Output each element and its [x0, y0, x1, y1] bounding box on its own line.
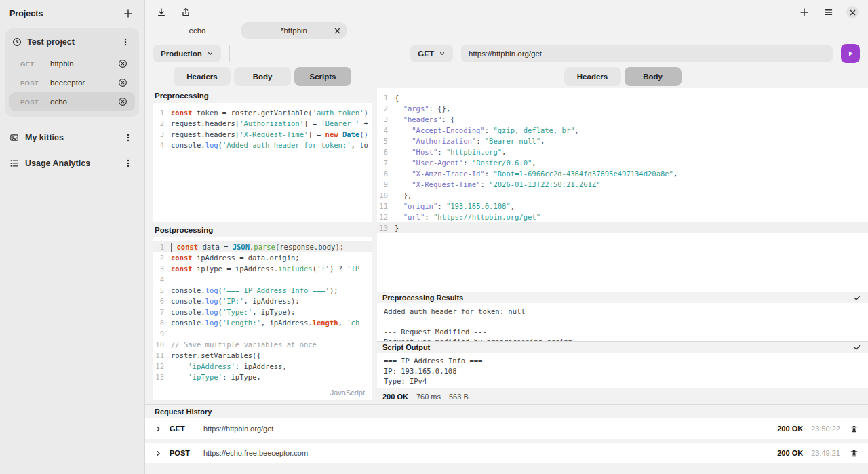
url-input[interactable]	[461, 45, 833, 62]
circle-x-icon	[118, 78, 127, 87]
preprocessing-results-output: Added auth header for token: null --- Re…	[377, 303, 868, 341]
chevron-down-icon	[439, 50, 446, 57]
response-size: 563 B	[449, 393, 469, 401]
project-status-icon	[12, 37, 22, 47]
request-method-label: POST	[20, 79, 45, 87]
request-history: Request History GET https://httpbin.org/…	[145, 404, 868, 474]
history-timestamp: 23:50:22	[811, 424, 840, 433]
project-menu-button[interactable]	[119, 35, 132, 49]
chevron-right-icon[interactable]	[155, 425, 170, 433]
play-icon	[846, 50, 854, 58]
sidebar-item-my-kitties[interactable]: My kitties	[5, 125, 139, 151]
main-area: echo *httpbin Production GET	[145, 0, 868, 474]
tab-echo[interactable]: echo	[153, 22, 241, 39]
add-project-button[interactable]	[121, 7, 135, 20]
script-output-header[interactable]: Script Output	[377, 341, 868, 353]
scripts-panel: Headers Body Scripts Preprocessing 1cons…	[153, 65, 372, 404]
tab-scripts[interactable]: Scripts	[294, 67, 351, 86]
tab-label: Headers	[186, 73, 217, 81]
delete-history-button[interactable]	[850, 424, 859, 433]
tab-label: Body	[643, 73, 663, 81]
history-status: 200 OK	[777, 424, 803, 433]
script-output-console: === IP Address Info ===IP: 193.165.0.108…	[377, 353, 868, 388]
tab-label: *httpbin	[281, 26, 307, 35]
method-dropdown[interactable]: GET	[410, 45, 453, 62]
tab-label: Headers	[577, 73, 608, 81]
export-button[interactable]	[179, 5, 193, 19]
sidebar-item-beeceptor[interactable]: POST beeceptor	[9, 73, 135, 92]
divider	[229, 45, 230, 62]
tab-body[interactable]: Body	[234, 67, 291, 86]
history-timestamp: 23:49:21	[811, 449, 840, 457]
close-icon	[850, 9, 856, 16]
request-name-label: echo	[45, 98, 116, 106]
project-header[interactable]: Test project	[9, 33, 135, 54]
circle-x-icon	[118, 97, 127, 106]
trash-icon	[850, 449, 859, 458]
share-icon	[181, 7, 191, 17]
remove-request-button[interactable]	[116, 95, 130, 108]
sidebar-item-httpbin[interactable]: GET httpbin	[9, 54, 135, 73]
method-label: GET	[418, 50, 434, 58]
postprocessing-editor[interactable]: 1const data = JSON.parse(response.body);…	[153, 237, 372, 400]
window-close-button[interactable]	[846, 6, 859, 18]
history-row[interactable]: GET https://httpbin.org/get 200 OK 23:50…	[145, 418, 868, 439]
environment-dropdown[interactable]: Production	[153, 45, 221, 62]
kebab-icon	[124, 133, 132, 142]
preprocessing-editor[interactable]: 1const token = roster.getVariable('auth_…	[153, 103, 372, 222]
environment-label: Production	[161, 50, 202, 58]
sidebar-item-echo[interactable]: POST echo	[9, 92, 135, 111]
request-name-label: beeceptor	[45, 79, 116, 87]
import-button[interactable]	[155, 5, 168, 19]
script-output-title: Script Output	[382, 343, 430, 351]
menu-button[interactable]	[822, 5, 835, 19]
tab-label: Body	[253, 73, 273, 81]
app-window: Projects Test project GET httpbin	[0, 0, 868, 474]
section-menu-button[interactable]	[121, 157, 135, 170]
chevron-right-icon[interactable]	[155, 450, 170, 457]
kebab-icon	[124, 159, 132, 168]
tab-close-button[interactable]	[334, 28, 340, 34]
plus-icon	[800, 7, 809, 17]
delete-history-button[interactable]	[850, 449, 859, 458]
project-group: Test project GET httpbin POST beeceptor	[5, 28, 139, 117]
tab-httpbin-active[interactable]: *httpbin	[241, 22, 347, 39]
new-tab-button[interactable]	[797, 5, 811, 19]
tab-label: Scripts	[310, 73, 336, 81]
projects-title: Projects	[9, 9, 43, 18]
tab-headers[interactable]: Headers	[174, 67, 231, 86]
preprocessing-results-header[interactable]: Preprocessing Results	[377, 292, 868, 303]
sidebar-item-usage-analytics[interactable]: Usage Analytics	[5, 151, 139, 176]
send-button[interactable]	[841, 44, 860, 63]
hamburger-icon	[824, 7, 833, 17]
response-body-editor[interactable]: 1{2 "args": {},3 "headers": {4 "Accept-E…	[377, 88, 868, 292]
sidebar: Projects Test project GET httpbin	[0, 0, 145, 474]
tab-bar: echo *httpbin	[145, 20, 868, 39]
request-history-title: Request History	[145, 405, 868, 418]
download-icon	[157, 7, 166, 17]
request-bar: Production GET	[145, 39, 868, 65]
close-icon	[334, 28, 340, 34]
image-icon	[9, 133, 19, 142]
section-menu-button[interactable]	[121, 131, 135, 144]
section-label: My kitties	[25, 133, 115, 142]
toolbar-right	[797, 5, 859, 19]
tab-response-body[interactable]: Body	[625, 67, 682, 86]
kebab-icon	[121, 37, 130, 47]
response-panel-tabs: Headers Body	[377, 65, 868, 88]
remove-request-button[interactable]	[116, 57, 130, 71]
response-panel: Headers Body 1{2 "args": {},3 "headers":…	[377, 65, 868, 404]
status-code: 200 OK	[382, 393, 408, 401]
remove-request-button[interactable]	[116, 76, 130, 90]
history-row[interactable]: POST https://echo.free.beeceptor.com 200…	[145, 443, 868, 463]
tab-label: echo	[189, 26, 206, 35]
check-icon	[853, 343, 861, 351]
check-icon	[853, 294, 861, 302]
tab-response-headers[interactable]: Headers	[564, 67, 621, 86]
section-label: Usage Analytics	[25, 159, 115, 168]
language-label: JavaScript	[330, 389, 365, 397]
request-method-label: GET	[20, 60, 45, 68]
history-method: GET	[170, 424, 203, 433]
history-url: https://echo.free.beeceptor.com	[203, 449, 308, 457]
chevron-down-icon	[207, 50, 214, 57]
